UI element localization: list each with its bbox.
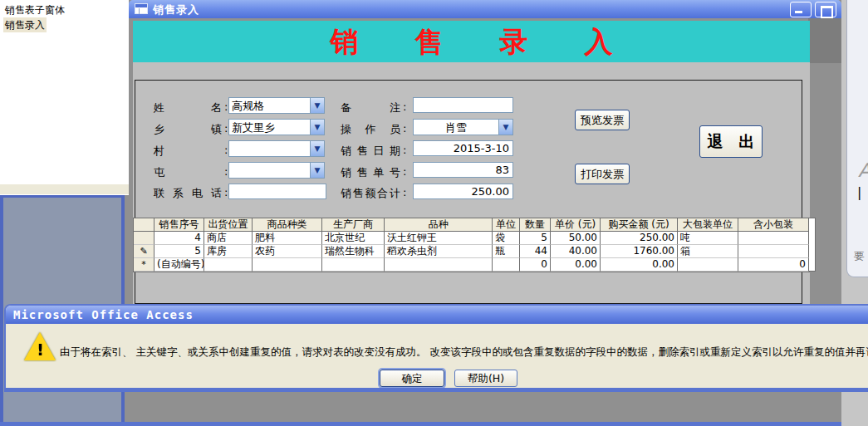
- screen: A | 要 销售表子窗体 销售录入 销售录入 销 售 录 入 姓名: 高规格▼ …: [0, 0, 868, 426]
- column-header[interactable]: 购买金额 (元): [601, 218, 678, 232]
- field-label-hamlet: 屯:: [154, 165, 228, 180]
- table-cell[interactable]: [678, 258, 738, 272]
- edit-record-indicator[interactable]: ✎: [134, 245, 154, 258]
- hamlet-combobox[interactable]: ▼: [228, 162, 325, 179]
- row-selector-header[interactable]: [134, 218, 154, 232]
- dropdown-arrow-icon[interactable]: ▼: [310, 120, 324, 135]
- table-cell[interactable]: 农药: [253, 245, 322, 258]
- sidebar-item-sales-subform[interactable]: 销售表子窗体: [3, 2, 66, 17]
- dialog-titlebar[interactable]: Microsoft Office Access: [6, 306, 868, 324]
- preview-invoice-button[interactable]: 预览发票: [575, 110, 630, 130]
- operator-combobox[interactable]: 肖雪▼: [413, 119, 513, 135]
- text-cursor: |: [857, 184, 861, 200]
- sidebar-item-sales-entry[interactable]: 销售录入: [3, 17, 47, 32]
- table-cell[interactable]: 商店: [204, 232, 253, 245]
- datasheet-overflow: [809, 218, 816, 272]
- table-cell[interactable]: 肥料: [253, 232, 322, 245]
- help-button[interactable]: 帮助(H): [454, 370, 517, 387]
- table-cell[interactable]: 库房: [204, 245, 253, 258]
- dropdown-arrow-icon[interactable]: ▼: [310, 141, 324, 156]
- field-label-township: 乡镇:: [154, 122, 228, 137]
- table-cell[interactable]: [738, 232, 809, 245]
- table-cell[interactable]: 箱: [678, 245, 738, 258]
- table-cell[interactable]: 44: [520, 245, 551, 258]
- maximize-button[interactable]: [815, 2, 836, 17]
- table-cell[interactable]: 0: [520, 258, 551, 272]
- table-cell[interactable]: 40.00: [551, 245, 601, 258]
- sale-number-field[interactable]: 83: [413, 162, 513, 178]
- field-label-operator: 操作员:: [341, 122, 406, 137]
- form-title: 销 售 录 入: [133, 21, 810, 62]
- table-cell[interactable]: [322, 258, 385, 272]
- column-header[interactable]: 大包装单位: [678, 218, 738, 232]
- township-combobox[interactable]: 新艾里乡▼: [228, 119, 325, 135]
- print-invoice-button[interactable]: 打印发票: [575, 164, 630, 184]
- table-cell[interactable]: (自动编号): [154, 258, 204, 272]
- dropdown-arrow-icon[interactable]: ▼: [498, 120, 512, 135]
- field-label-village: 村:: [154, 144, 228, 159]
- dropdown-arrow-icon[interactable]: ▼: [310, 98, 324, 113]
- field-label-sale-total: 销售额合计:: [341, 186, 406, 201]
- table-cell[interactable]: 4: [154, 232, 204, 245]
- access-message-dialog: Microsoft Office Access ! 由于将在索引、 主关键字、或…: [4, 304, 868, 392]
- column-header[interactable]: 数量: [520, 218, 551, 232]
- task-pane: A | 要: [846, 0, 868, 277]
- table-cell[interactable]: 50.00: [551, 232, 601, 245]
- field-label-sale-number: 销售单号:: [341, 165, 406, 180]
- column-header[interactable]: 品种: [385, 218, 493, 232]
- window-interior: [808, 18, 841, 63]
- window-title: 销售录入: [153, 2, 199, 17]
- column-header[interactable]: 销售序号: [154, 218, 204, 232]
- table-cell[interactable]: 1760.00: [601, 245, 678, 258]
- sidebar: 销售表子窗体 销售录入: [0, 0, 129, 184]
- table-cell[interactable]: 吨: [678, 232, 738, 245]
- table-cell[interactable]: 北京世纪: [322, 232, 385, 245]
- column-header[interactable]: 单价 (元): [551, 218, 601, 232]
- sale-total-field[interactable]: 250.00: [413, 184, 513, 199]
- dialog-message: 由于将在索引、 主关键字、或关系中创建重复的值，请求对表的改变没有成功。 改变该…: [60, 345, 868, 360]
- task-pane-fragment: 要: [854, 249, 865, 264]
- dropdown-arrow-icon[interactable]: ▼: [310, 163, 324, 178]
- table-cell[interactable]: [253, 258, 322, 272]
- table-cell[interactable]: 5: [520, 232, 551, 245]
- phone-field[interactable]: [228, 184, 326, 199]
- window-titlebar[interactable]: 销售录入: [129, 0, 841, 18]
- form-header-band: 销 售 录 入: [133, 21, 810, 62]
- table-cell[interactable]: 稻欢杀虫剂: [385, 245, 493, 258]
- table-cell[interactable]: [385, 258, 493, 272]
- table-cell[interactable]: 袋: [493, 232, 520, 245]
- table-cell[interactable]: 250.00: [601, 232, 678, 245]
- name-combobox[interactable]: 高规格▼: [228, 97, 325, 114]
- table-cell[interactable]: 沃土红钾王: [385, 232, 493, 245]
- field-label-remark: 备注:: [341, 100, 406, 115]
- form-icon: [135, 3, 148, 14]
- table-cell[interactable]: [204, 258, 253, 272]
- field-label-name: 姓名:: [154, 100, 228, 115]
- sale-date-field[interactable]: 2015-3-10: [413, 140, 513, 156]
- field-label-sale-date: 销售日期:: [341, 144, 406, 159]
- column-header[interactable]: 出货位置: [204, 218, 253, 232]
- table-cell[interactable]: 0.00: [551, 258, 601, 272]
- table-cell[interactable]: [738, 245, 809, 258]
- column-header[interactable]: 含小包装: [738, 218, 809, 232]
- table-cell[interactable]: 瑞然生物科: [322, 245, 385, 258]
- table-cell[interactable]: 0.00: [601, 258, 678, 272]
- field-label-phone: 联系电话:: [154, 186, 228, 201]
- table-cell[interactable]: 瓶: [493, 245, 520, 258]
- remark-field[interactable]: [413, 97, 513, 113]
- warning-icon: !: [24, 332, 56, 360]
- column-header[interactable]: 单位: [493, 218, 520, 232]
- column-header[interactable]: 生产厂商: [322, 218, 385, 232]
- new-record-indicator[interactable]: *: [134, 258, 154, 272]
- task-pane-fragment: A: [858, 159, 868, 181]
- village-combobox[interactable]: ▼: [228, 140, 325, 157]
- exit-button[interactable]: 退 出: [699, 125, 763, 158]
- table-cell[interactable]: 5: [154, 245, 204, 258]
- row-selector[interactable]: [134, 232, 154, 245]
- ok-button[interactable]: 确定: [380, 370, 444, 387]
- table-cell[interactable]: 0: [738, 258, 809, 272]
- window-bottom-border: [0, 422, 841, 426]
- table-cell[interactable]: [493, 258, 520, 272]
- minimize-button[interactable]: [790, 2, 812, 17]
- column-header[interactable]: 商品种类: [253, 218, 322, 232]
